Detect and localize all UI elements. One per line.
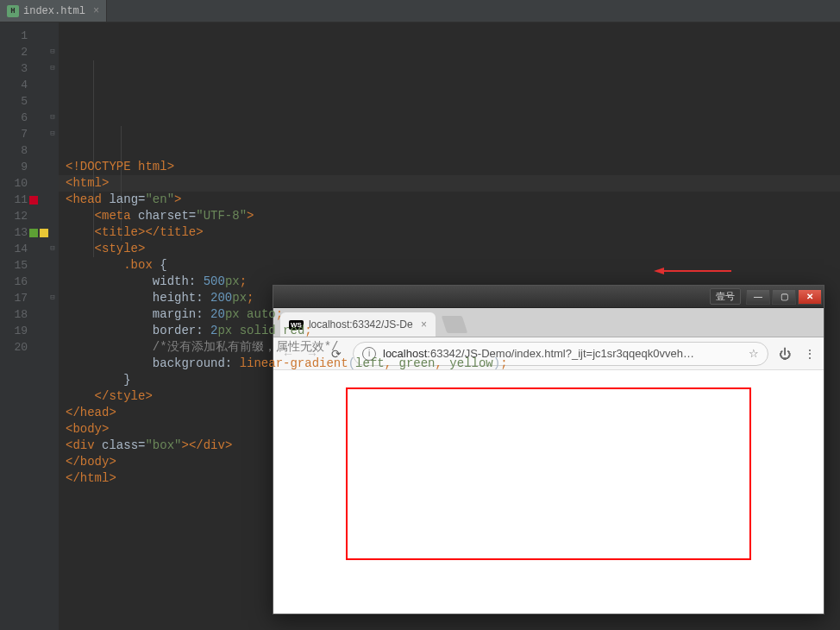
code-content: <!DOCTYPE html> <html> <head lang="en"> … bbox=[66, 142, 840, 503]
annotation-arrow bbox=[611, 249, 688, 259]
line-number: 8 bbox=[0, 142, 28, 159]
line-number: 16 bbox=[0, 274, 28, 290]
line-number: 12 bbox=[0, 208, 28, 224]
line-number: 20 bbox=[0, 339, 28, 356]
line-number: 17 bbox=[0, 290, 28, 306]
line-number: 3 bbox=[0, 60, 28, 77]
line-number: 6 bbox=[0, 110, 28, 126]
html-file-icon: H bbox=[7, 5, 19, 17]
line-number: 10 bbox=[0, 175, 28, 192]
svg-marker-1 bbox=[654, 268, 664, 274]
editor-tab-filename: index.html bbox=[23, 5, 85, 17]
line-number: 19 bbox=[0, 323, 28, 339]
line-number: 2 bbox=[0, 44, 28, 60]
line-number: 13 bbox=[0, 224, 28, 241]
line-number: 5 bbox=[0, 93, 28, 110]
gutter: 1234567891011121314151617181920 ⊟⊟⊟⊟ ⊟⊟ bbox=[0, 22, 59, 630]
editor-tab[interactable]: H index.html × bbox=[0, 0, 107, 22]
editor-tab-bar: H index.html × bbox=[0, 0, 840, 22]
line-number: 7 bbox=[0, 126, 28, 142]
color-swatch-red bbox=[29, 196, 38, 205]
line-number: 15 bbox=[0, 257, 28, 274]
line-number: 11 bbox=[0, 192, 28, 208]
line-number: 9 bbox=[0, 159, 28, 175]
close-icon[interactable]: × bbox=[93, 5, 99, 17]
line-number: 1 bbox=[0, 28, 28, 44]
line-number: 18 bbox=[0, 306, 28, 323]
line-number: 4 bbox=[0, 77, 28, 93]
line-number: 14 bbox=[0, 241, 28, 257]
fold-column: ⊟⊟⊟⊟ ⊟⊟ bbox=[48, 28, 57, 356]
color-swatch-yellow bbox=[40, 229, 48, 237]
color-swatch-green bbox=[29, 229, 38, 237]
